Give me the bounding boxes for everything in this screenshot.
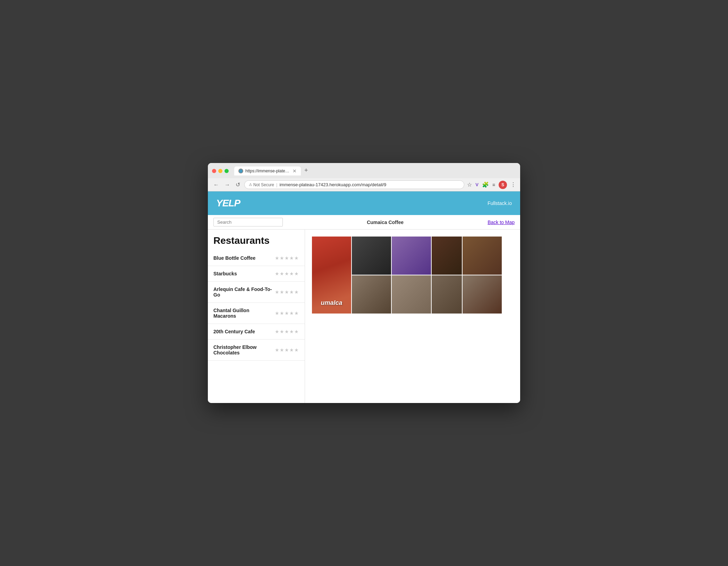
restaurant-stars: ★★★★★ bbox=[275, 347, 299, 353]
photo-storefront: umalca bbox=[312, 237, 351, 314]
more-options-icon[interactable]: ⋮ bbox=[510, 181, 516, 188]
user-avatar[interactable]: S bbox=[499, 181, 507, 189]
close-button[interactable] bbox=[212, 169, 216, 173]
forward-nav-button[interactable]: → bbox=[223, 181, 231, 189]
photo-coffee-bar bbox=[352, 275, 391, 314]
viber-icon[interactable]: V bbox=[475, 182, 479, 187]
tab-title: https://immense-plateau-1742... bbox=[245, 169, 290, 173]
title-bar: 🌐 https://immense-plateau-1742... ✕ + bbox=[208, 163, 520, 178]
search-bar-row: Cumaica Coffee Back to Map bbox=[208, 215, 520, 230]
restaurant-stars: ★★★★★ bbox=[275, 255, 299, 261]
not-secure-label: Not Secure bbox=[253, 182, 274, 187]
photo-restaurant-interior bbox=[463, 237, 502, 275]
reading-list-icon[interactable]: ≡ bbox=[492, 182, 495, 188]
restaurant-name: Blue Bottle Coffee bbox=[213, 255, 272, 261]
restaurant-item[interactable]: 20th Century Cafe★★★★★ bbox=[208, 324, 305, 340]
traffic-lights bbox=[212, 169, 229, 173]
address-bar-input[interactable]: ⚠ Not Secure | immense-plateau-17423.her… bbox=[244, 180, 464, 189]
photo-menu-board bbox=[392, 237, 431, 275]
restaurant-name: 20th Century Cafe bbox=[213, 329, 272, 334]
new-tab-button[interactable]: + bbox=[302, 167, 310, 174]
search-input[interactable] bbox=[213, 218, 283, 226]
warning-icon: ⚠ bbox=[249, 182, 252, 187]
restaurant-stars: ★★★★★ bbox=[275, 310, 299, 316]
bookmark-icon[interactable]: ☆ bbox=[467, 181, 472, 188]
reload-button[interactable]: ↺ bbox=[234, 181, 242, 189]
main-content: Restaurants Blue Bottle Coffee★★★★★Starb… bbox=[208, 230, 520, 403]
back-nav-button[interactable]: ← bbox=[212, 181, 220, 189]
security-indicator: ⚠ Not Secure bbox=[249, 182, 274, 187]
address-bar: ← → ↺ ⚠ Not Secure | immense-plateau-174… bbox=[208, 178, 520, 191]
url-display: immense-plateau-17423.herokuapp.com/map/… bbox=[279, 182, 386, 187]
restaurant-name: Chantal Guillon Macarons bbox=[213, 308, 272, 319]
photo-grid: umalca bbox=[312, 237, 513, 314]
tab-close-icon[interactable]: ✕ bbox=[293, 168, 297, 174]
restaurant-item[interactable]: Christopher Elbow Chocolates★★★★★ bbox=[208, 340, 305, 361]
restaurant-item[interactable]: Chantal Guillon Macarons★★★★★ bbox=[208, 303, 305, 324]
tab-bar: 🌐 https://immense-plateau-1742... ✕ + bbox=[234, 166, 516, 175]
restaurant-stars: ★★★★★ bbox=[275, 329, 299, 334]
tab-favicon: 🌐 bbox=[238, 169, 243, 173]
detail-panel: umalca bbox=[305, 230, 520, 403]
sidebar-heading: Restaurants bbox=[208, 230, 305, 250]
restaurant-list: Blue Bottle Coffee★★★★★Starbucks★★★★★Arl… bbox=[208, 250, 305, 361]
back-to-map-link[interactable]: Back to Map bbox=[488, 220, 515, 225]
detail-page-title: Cumaica Coffee bbox=[367, 220, 404, 225]
restaurant-name: Christopher Elbow Chocolates bbox=[213, 344, 272, 355]
restaurant-item[interactable]: Starbucks★★★★★ bbox=[208, 266, 305, 282]
active-tab[interactable]: 🌐 https://immense-plateau-1742... ✕ bbox=[234, 166, 301, 175]
restaurant-stars: ★★★★★ bbox=[275, 271, 299, 276]
restaurant-item[interactable]: Blue Bottle Coffee★★★★★ bbox=[208, 250, 305, 266]
photo-bicycle bbox=[463, 275, 502, 314]
restaurant-stars: ★★★★★ bbox=[275, 289, 299, 295]
photo-products bbox=[432, 275, 462, 314]
photo-coffee-cup bbox=[392, 275, 431, 314]
yelp-logo: YELP bbox=[216, 198, 240, 209]
restaurant-item[interactable]: Arlequin Cafe & Food-To-Go★★★★★ bbox=[208, 282, 305, 303]
restaurant-name: Arlequin Cafe & Food-To-Go bbox=[213, 286, 272, 298]
photo-interior bbox=[352, 237, 391, 275]
restaurant-name: Starbucks bbox=[213, 271, 272, 276]
maximize-button[interactable] bbox=[225, 169, 229, 173]
toolbar-icons: ☆ V 🧩 ≡ S ⋮ bbox=[467, 181, 516, 189]
browser-window: 🌐 https://immense-plateau-1742... ✕ + ← … bbox=[208, 163, 520, 403]
photo-row-1: umalca bbox=[312, 237, 513, 314]
minimize-button[interactable] bbox=[218, 169, 222, 173]
fullstack-nav-link[interactable]: Fullstack.io bbox=[488, 200, 512, 206]
extensions-icon[interactable]: 🧩 bbox=[482, 181, 489, 188]
app-header: YELP Fullstack.io bbox=[208, 191, 520, 215]
photo-bar-area bbox=[432, 237, 462, 275]
sidebar: Restaurants Blue Bottle Coffee★★★★★Starb… bbox=[208, 230, 305, 403]
